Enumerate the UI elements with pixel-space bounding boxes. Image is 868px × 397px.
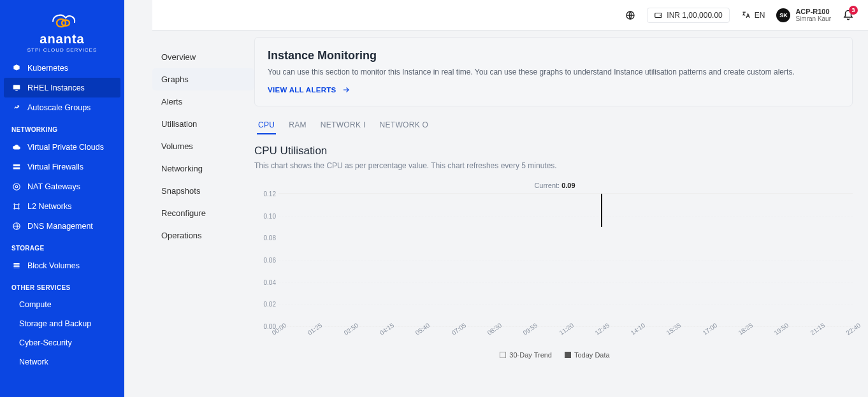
subnav-operations[interactable]: Operations [152, 224, 254, 247]
cpu-chart-card: CPU Utilisation This chart shows the CPU… [254, 145, 853, 359]
svg-rect-12 [13, 265, 19, 266]
brand-mark-icon [0, 9, 124, 31]
subnav-overview[interactable]: Overview [152, 46, 254, 68]
svg-rect-1 [15, 90, 18, 90]
svg-point-7 [18, 203, 19, 205]
balance-pill[interactable]: INR 1,00,000.00 [647, 8, 729, 23]
svg-rect-11 [13, 263, 19, 264]
svg-point-5 [15, 185, 18, 188]
autoscale-icon [11, 103, 21, 112]
sidebar-item-label: Block Volumes [27, 261, 80, 270]
dns-icon [11, 221, 21, 231]
sidebar-item-label: L2 Networks [27, 202, 71, 211]
sidebar-item-label: Kubernetes [27, 64, 68, 73]
tab-cpu[interactable]: CPU [257, 117, 276, 134]
sidebar-item-l2-networks[interactable]: L2 Networks [0, 196, 124, 216]
sidebar-item-rhel-instances[interactable]: RHEL Instances [4, 78, 120, 97]
view-all-alerts-link[interactable]: VIEW ALL ALERTS [268, 85, 839, 94]
y-tick: 0.04 [257, 278, 276, 285]
y-tick: 0.06 [257, 257, 276, 264]
brand-name: ananta [0, 32, 124, 47]
subnav-graphs[interactable]: Graphs [152, 68, 254, 90]
account-menu[interactable]: SK ACP-R100 Simran Kaur [776, 8, 831, 22]
language-value: EN [755, 11, 765, 20]
topbar: INR 1,00,000.00 EN SK ACP-R100 Simran Ka… [152, 0, 868, 31]
firewall-icon [11, 162, 21, 171]
y-tick: 0.08 [257, 235, 276, 242]
subnav-alerts[interactable]: Alerts [152, 90, 254, 113]
sidebar-item-network[interactable]: Network [0, 352, 124, 372]
subnav-utilisation[interactable]: Utilisation [152, 113, 254, 135]
cloud-icon [11, 142, 21, 152]
brand-logo: ananta STPI CLOUD SERVICES [0, 0, 124, 58]
subnav-volumes[interactable]: Volumes [152, 135, 254, 157]
sidebar-item-compute[interactable]: Compute [0, 295, 124, 314]
sidebar-section-networking: NETWORKING [0, 117, 124, 137]
user-name: Simran Kaur [795, 15, 831, 22]
wallet-icon [654, 11, 663, 20]
sidebar-item-label: Autoscale Groups [27, 103, 90, 112]
sidebar-item-kubernetes[interactable]: Kubernetes [0, 58, 124, 78]
chart-today-spike [601, 194, 602, 227]
y-tick: 0.12 [257, 191, 276, 198]
sidebar-item-storage-and-backup[interactable]: Storage and Backup [0, 314, 124, 333]
gridline [278, 238, 853, 238]
sidebar-item-virtual-firewalls[interactable]: Virtual Firewalls [0, 157, 124, 177]
tab-network-o[interactable]: NETWORK O [379, 117, 430, 134]
svg-point-9 [18, 208, 19, 209]
nat-icon [11, 182, 21, 191]
globe-icon[interactable] [625, 10, 635, 20]
svg-rect-13 [13, 267, 19, 268]
chart-x-axis: 00:0001:2502:5004:1505:4007:0508:3009:55… [278, 327, 853, 338]
chart-title: CPU Utilisation [254, 145, 853, 157]
chart-legend: 30-Day Trend Today Data [257, 351, 853, 359]
l2-icon [11, 201, 21, 211]
chart-plot-area: 0.000.020.040.060.080.100.12 [278, 193, 853, 327]
view-all-alerts-label: VIEW ALL ALERTS [268, 86, 336, 94]
infobox-title: Instance Monitoring [268, 49, 839, 62]
legend-today[interactable]: Today Data [565, 351, 610, 359]
volume-icon [11, 261, 21, 270]
svg-rect-0 [13, 85, 20, 89]
subnav-networking[interactable]: Networking [152, 157, 254, 180]
gridline [278, 260, 853, 261]
sidebar-item-label: DNS Management [27, 222, 93, 231]
tab-ram[interactable]: RAM [287, 117, 308, 134]
subnav-reconfigure[interactable]: Reconfigure [152, 202, 254, 224]
language-switch[interactable]: EN [741, 10, 765, 20]
chart-subtitle: This chart shows the CPU as per percenta… [254, 161, 853, 170]
sidebar-item-label: Virtual Firewalls [27, 162, 83, 171]
sidebar: ananta STPI CLOUD SERVICES KubernetesRHE… [0, 0, 124, 397]
tab-network-i[interactable]: NETWORK I [319, 117, 367, 134]
y-tick: 0.02 [257, 301, 276, 308]
org-name: ACP-R100 [795, 8, 831, 15]
chart-current-value: Current: 0.09 [257, 182, 853, 189]
gridline [278, 194, 853, 194]
infobox-body: You can use this section to monitor this… [268, 68, 839, 76]
sidebar-item-label: Cyber-Security [19, 338, 72, 347]
gridline [278, 304, 853, 305]
sidebar-item-label: Network [19, 357, 48, 366]
brand-subtitle: STPI CLOUD SERVICES [0, 47, 124, 53]
sidebar-section-storage: STORAGE [0, 236, 124, 256]
instance-panel: Instance Monitoring You can use this sec… [254, 37, 853, 391]
sidebar-item-label: NAT Gateways [27, 182, 80, 191]
sidebar-item-virtual-private-clouds[interactable]: Virtual Private Clouds [0, 137, 124, 157]
subnav-snapshots[interactable]: Snapshots [152, 180, 254, 202]
avatar: SK [776, 8, 790, 22]
sidebar-item-label: RHEL Instances [27, 83, 85, 92]
svg-rect-2 [13, 164, 20, 166]
sidebar-item-block-volumes[interactable]: Block Volumes [0, 256, 124, 275]
instance-subnav: OverviewGraphsAlertsUtilisationVolumesNe… [152, 37, 254, 391]
sidebar-section-other-services: OTHER SERVICES [0, 275, 124, 295]
sidebar-item-cyber-security[interactable]: Cyber-Security [0, 333, 124, 352]
sidebar-item-label: Storage and Backup [19, 319, 91, 328]
sidebar-item-label: Compute [19, 300, 52, 309]
translate-icon [741, 10, 751, 20]
legend-trend[interactable]: 30-Day Trend [500, 351, 552, 359]
svg-point-6 [13, 203, 15, 205]
sidebar-item-nat-gateways[interactable]: NAT Gateways [0, 177, 124, 196]
sidebar-item-autoscale-groups[interactable]: Autoscale Groups [0, 97, 124, 117]
notifications-button[interactable]: 3 [843, 10, 854, 21]
sidebar-item-dns-management[interactable]: DNS Management [0, 216, 124, 236]
